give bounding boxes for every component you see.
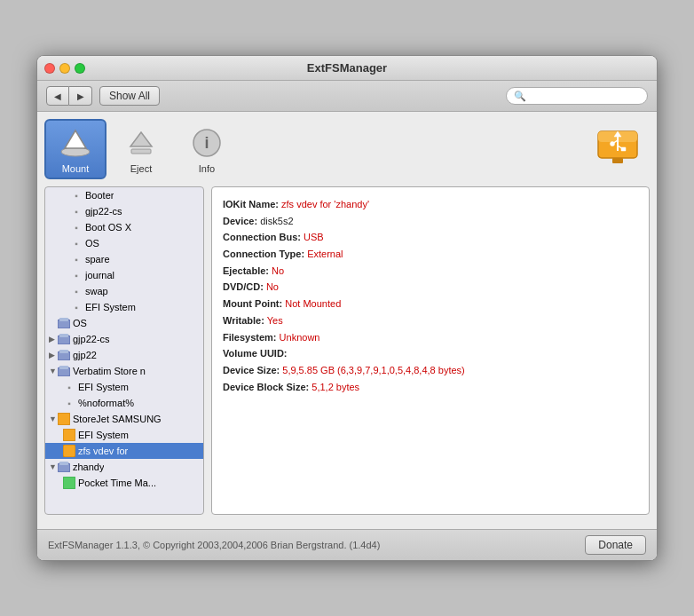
svg-rect-20 xyxy=(59,350,68,353)
svg-rect-14 xyxy=(612,158,623,163)
file-icon: ▪ xyxy=(70,253,83,265)
info-tool-button[interactable]: i Info xyxy=(176,119,238,179)
svg-marker-2 xyxy=(130,132,152,146)
file-icon: ▪ xyxy=(63,381,75,393)
disk-icon xyxy=(58,333,70,345)
svg-rect-24 xyxy=(63,429,75,441)
svg-text:i: i xyxy=(204,134,209,152)
list-item[interactable]: ▪ gjp22-cs xyxy=(45,203,203,219)
list-item[interactable]: OS xyxy=(45,315,203,331)
info-iokit: IOKit Name: zfs vdev for 'zhandy' xyxy=(223,196,638,213)
status-text: ExtFSManager 1.1.3, © Copyright 2003,200… xyxy=(48,540,380,550)
list-item[interactable]: ▼ zhandy xyxy=(45,459,203,475)
svg-rect-16 xyxy=(59,318,68,321)
list-item[interactable]: ▪ OS xyxy=(45,235,203,251)
file-icon: ▪ xyxy=(70,237,83,249)
usb-device-icon xyxy=(595,119,641,167)
svg-rect-23 xyxy=(58,413,70,425)
show-all-button[interactable]: Show All xyxy=(99,86,160,106)
list-item[interactable]: ▼ StoreJet SAMSUNG xyxy=(45,411,203,427)
mount-tool-button[interactable]: Mount xyxy=(44,119,106,179)
file-icon: ▪ xyxy=(70,269,83,281)
donate-button[interactable]: Donate xyxy=(585,535,646,555)
main-area: Mount Eject i xyxy=(37,112,657,522)
main-window: ExtFSManager ◀ ▶ Show All 🔍 Moun xyxy=(36,55,658,561)
svg-rect-3 xyxy=(131,149,151,154)
info-conn-type: Connection Type: External xyxy=(223,246,638,263)
mount-label: Mount xyxy=(62,163,90,174)
eject-label: Eject xyxy=(130,163,152,174)
file-icon: ▪ xyxy=(70,285,83,297)
list-item[interactable]: ▪ %noformat% xyxy=(45,395,203,411)
info-label: Info xyxy=(199,163,215,174)
search-box: 🔍 xyxy=(506,87,648,105)
list-item[interactable]: ▪ Booter xyxy=(45,187,203,203)
svg-marker-1 xyxy=(65,130,86,148)
orange-file-icon xyxy=(63,429,75,441)
info-filesystem: Filesystem: Unknown xyxy=(223,329,638,346)
file-icon: ▪ xyxy=(70,205,83,217)
toolbar: ◀ ▶ Show All 🔍 xyxy=(37,81,657,112)
list-item[interactable]: ▶ gjp22-cs xyxy=(45,331,203,347)
info-icon: i xyxy=(188,124,225,162)
minimize-button[interactable] xyxy=(59,63,70,74)
search-icon: 🔍 xyxy=(514,91,526,102)
info-ejectable: Ejectable: No xyxy=(223,263,638,280)
storejet-icon xyxy=(58,413,70,425)
svg-rect-27 xyxy=(59,462,68,465)
svg-rect-13 xyxy=(621,147,626,151)
info-device-size: Device Size: 5,9,5.85 GB (6,3,9,7,9,1,0,… xyxy=(223,362,638,379)
svg-rect-28 xyxy=(63,477,75,489)
nav-buttons: ◀ ▶ xyxy=(46,86,92,106)
list-item[interactable]: Pocket Time Ma... xyxy=(45,475,203,491)
info-device: Device: disk5s2 xyxy=(223,213,638,230)
expand-arrow: ▶ xyxy=(49,335,58,344)
statusbar: ExtFSManager 1.1.3, © Copyright 2003,200… xyxy=(37,529,657,560)
info-mount-point: Mount Point: Not Mounted xyxy=(223,296,638,312)
file-icon: ▪ xyxy=(70,221,83,233)
file-icon: ▪ xyxy=(70,189,83,201)
close-button[interactable] xyxy=(44,63,55,74)
info-volume-uuid: Volume UUID: xyxy=(223,345,638,362)
maximize-button[interactable] xyxy=(75,63,85,74)
svg-rect-22 xyxy=(59,366,68,369)
titlebar: ExtFSManager xyxy=(37,56,657,81)
list-item[interactable]: ▪ journal xyxy=(45,267,203,283)
green-icon xyxy=(63,477,75,489)
list-item[interactable]: zfs vdev for xyxy=(45,443,203,459)
eject-tool-button[interactable]: Eject xyxy=(110,119,172,179)
list-item[interactable]: ▶ gjp22 xyxy=(45,347,203,363)
file-icon: ▪ xyxy=(63,397,75,409)
collapse-arrow: ▼ xyxy=(49,367,58,375)
forward-button[interactable]: ▶ xyxy=(69,86,92,106)
collapse-arrow: ▼ xyxy=(49,415,58,423)
traffic-lights xyxy=(44,63,85,74)
info-panel: IOKit Name: zfs vdev for 'zhandy' Device… xyxy=(211,186,650,515)
list-item[interactable]: ▪ swap xyxy=(45,283,203,299)
info-dvdcd: DVD/CD: No xyxy=(223,279,638,296)
search-input[interactable] xyxy=(529,91,640,101)
disk-icon xyxy=(58,317,70,329)
back-button[interactable]: ◀ xyxy=(46,86,69,106)
list-item[interactable]: EFI System xyxy=(45,427,203,443)
disk-icon xyxy=(58,349,70,361)
disk-icon xyxy=(58,365,70,377)
list-item[interactable]: ▪ spare xyxy=(45,251,203,267)
list-item[interactable]: ▼ Verbatim Store n xyxy=(45,363,203,379)
info-device-block: Device Block Size: 5,1,2 bytes xyxy=(223,379,638,396)
svg-point-12 xyxy=(611,142,615,146)
info-conn-bus: Connection Bus: USB xyxy=(223,229,638,246)
disk-icon xyxy=(58,461,70,473)
list-item[interactable]: ▪ EFI System xyxy=(45,379,203,395)
collapse-arrow: ▼ xyxy=(49,462,58,471)
file-icon: ▪ xyxy=(70,301,83,313)
svg-rect-18 xyxy=(59,334,68,337)
file-tree-sidebar[interactable]: ▪ Booter ▪ gjp22-cs ▪ Boot OS X ▪ OS ▪ xyxy=(44,186,204,515)
expand-arrow: ▶ xyxy=(49,351,58,359)
list-item[interactable]: ▪ EFI System xyxy=(45,299,203,315)
window-title: ExtFSManager xyxy=(307,61,387,75)
eject-icon xyxy=(122,124,160,162)
tool-buttons: Mount Eject i xyxy=(44,119,650,179)
selected-file-icon xyxy=(63,445,75,457)
list-item[interactable]: ▪ Boot OS X xyxy=(45,219,203,235)
